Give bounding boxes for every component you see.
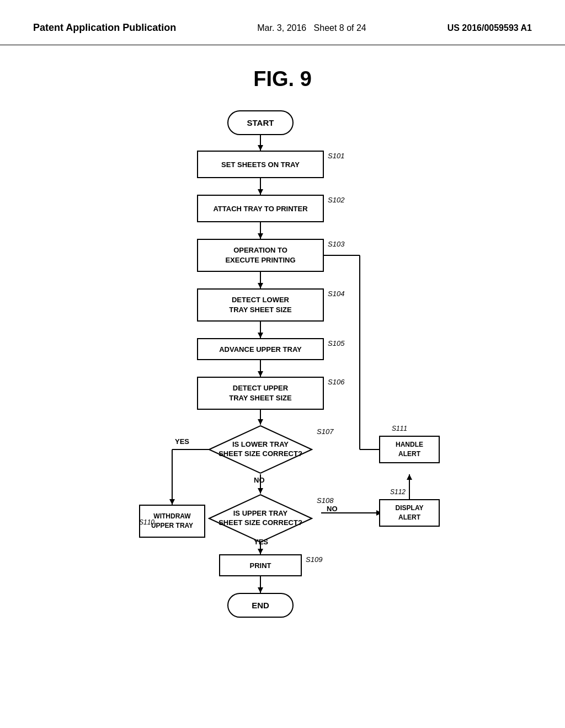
s111-label: S111 — [392, 425, 407, 432]
s107-label: S107 — [317, 427, 333, 436]
svg-marker-20 — [258, 549, 263, 554]
end-node: END — [227, 593, 294, 618]
s107-no-label: NO — [254, 476, 265, 484]
s109-node: PRINT — [219, 554, 302, 576]
svg-marker-9 — [258, 333, 263, 338]
s101-label: S101 — [328, 152, 344, 160]
figure-title: FIG. 9 — [0, 67, 565, 91]
svg-marker-7 — [258, 283, 263, 288]
s108-yes-label: YES — [254, 538, 268, 546]
svg-marker-16 — [169, 499, 175, 505]
s106-node: DETECT UPPER TRAY SHEET SIZE — [197, 377, 324, 410]
s112-label: S112 — [390, 488, 406, 496]
patent-number: US 2016/0059593 A1 — [447, 23, 532, 33]
s104-label: S104 — [328, 290, 344, 298]
s110-label: S110 — [139, 518, 154, 526]
s104-node: DETECT LOWER TRAY SHEET SIZE — [197, 288, 324, 322]
page-header: Patent Application Publication Mar. 3, 2… — [0, 0, 565, 45]
date-sheet: Mar. 3, 2016 Sheet 8 of 24 — [257, 23, 366, 33]
svg-marker-5 — [258, 233, 263, 239]
flowchart: START SET SHEETS ON TRAY S101 ATTACH TRA… — [89, 102, 476, 709]
start-node: START — [227, 110, 294, 135]
svg-marker-3 — [258, 189, 263, 195]
s105-label: S105 — [328, 339, 344, 347]
s108-no-label: NO — [327, 505, 338, 513]
svg-marker-11 — [258, 371, 263, 377]
s108-label: S108 — [317, 496, 333, 505]
s111-node: HANDLE ALERT — [379, 436, 440, 463]
svg-marker-30 — [258, 587, 263, 593]
svg-marker-1 — [258, 145, 263, 151]
s107-yes-label: YES — [175, 437, 189, 446]
publication-label: Patent Application Publication — [33, 22, 176, 34]
svg-marker-18 — [258, 488, 263, 494]
s101-node: SET SHEETS ON TRAY — [197, 151, 324, 178]
s102-node: ATTACH TRAY TO PRINTER — [197, 195, 324, 222]
s109-label: S109 — [306, 555, 322, 564]
s103-node: OPERATION TO EXECUTE PRINTING — [197, 239, 324, 272]
s106-label: S106 — [328, 378, 344, 386]
s103-label: S103 — [328, 240, 344, 248]
s105-node: ADVANCE UPPER TRAY — [197, 338, 324, 360]
s107-node: IS LOWER TRAYSHEET SIZE CORRECT? — [208, 425, 313, 474]
svg-marker-13 — [258, 419, 263, 425]
s108-node: IS UPPER TRAYSHEET SIZE CORRECT? — [208, 494, 313, 543]
svg-marker-24 — [407, 474, 412, 480]
s112-node: DISPLAY ALERT — [379, 499, 440, 527]
s102-label: S102 — [328, 196, 344, 204]
